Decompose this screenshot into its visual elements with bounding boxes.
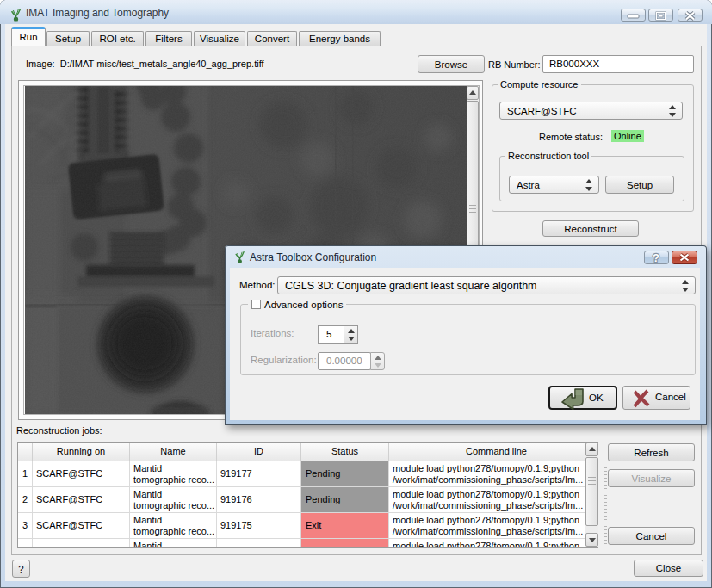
svg-text:?: ? — [653, 251, 659, 263]
